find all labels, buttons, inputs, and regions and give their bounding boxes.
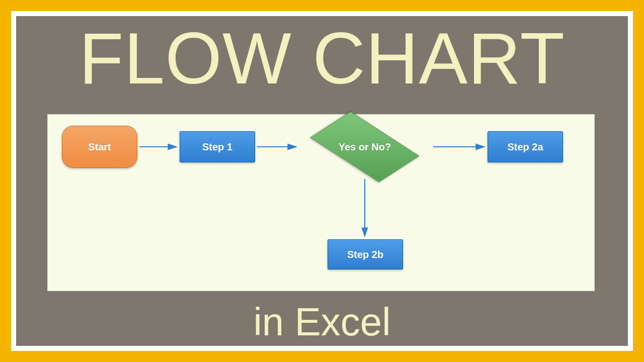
node-step2a-label: Step 2a <box>507 141 543 153</box>
subtitle-text: in Excel <box>16 301 628 344</box>
flowchart-canvas: Start Step 1 Yes or No? Step 2a Step 2b <box>47 114 595 291</box>
node-start-label: Start <box>88 141 111 153</box>
node-step1-label: Step 1 <box>202 141 232 153</box>
node-start: Start <box>62 126 137 168</box>
title-text: FLOW CHART <box>16 22 628 95</box>
outer-frame: FLOW CHART Start Step 1 Yes or No? Step … <box>11 11 633 351</box>
node-step2a: Step 2a <box>488 131 563 162</box>
node-decision: Yes or No? <box>297 115 433 179</box>
node-step2b: Step 2b <box>328 239 403 269</box>
inner-frame: FLOW CHART Start Step 1 Yes or No? Step … <box>16 16 628 346</box>
node-decision-label: Yes or No? <box>297 115 433 179</box>
node-step2b-label: Step 2b <box>347 249 383 260</box>
node-step1: Step 1 <box>180 131 255 162</box>
